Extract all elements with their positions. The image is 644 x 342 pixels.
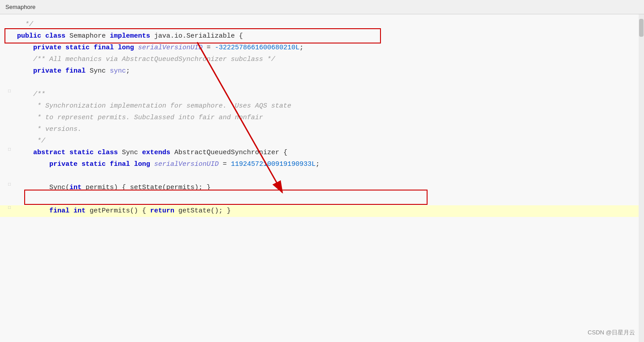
code-line-serial2: private static final long serialVersionU… — [0, 159, 644, 170]
window: Semaphore */ public class Semaphore impl… — [0, 0, 644, 342]
code-line-empty1 — [0, 77, 644, 89]
keyword-private2: private — [33, 67, 65, 75]
scrollbar[interactable] — [639, 14, 644, 342]
keyword-return: return — [150, 207, 178, 215]
sync-type: Sync — [90, 67, 110, 75]
code-line-class-decl: public class Semaphore implements java.i… — [0, 30, 644, 42]
keyword-public: public — [17, 32, 45, 40]
code-line-javadoc-2: * to represent permits. Subclassed into … — [0, 112, 644, 124]
line-gutter: □ — [0, 89, 13, 94]
keyword-private: private — [33, 44, 65, 52]
line-gutter: □ — [0, 147, 13, 152]
window-title: Semaphore — [5, 4, 35, 10]
keyword-static2: static — [82, 160, 110, 168]
code-line-serial1: private static final long serialVersionU… — [0, 42, 644, 54]
keyword-final2: final — [110, 160, 134, 168]
line-content: * Synchronization implementation for sem… — [13, 100, 644, 112]
keyword-final: final — [65, 67, 90, 75]
line-gutter: □ — [0, 182, 13, 187]
field-svuid1: serialVersionUID — [138, 44, 203, 52]
code-line-get-permits: □ final int getPermits() { return getSta… — [0, 205, 644, 217]
class-name-semaphore: Semaphore — [69, 32, 110, 40]
keyword-static: static — [65, 44, 94, 52]
line-content: Sync(int permits) { setState(permits); } — [13, 182, 644, 194]
line-content: final int getPermits() { return getState… — [13, 205, 644, 217]
code-area: */ public class Semaphore implements jav… — [0, 14, 644, 342]
line-gutter: □ — [0, 205, 13, 210]
keyword-final3: final — [49, 207, 73, 215]
code-line-javadoc-start: □ /** — [0, 89, 644, 100]
line-content: /** All mechanics via AbstractQueuedSync… — [13, 54, 644, 65]
keyword-extends: extends — [142, 149, 174, 156]
line-content: * versions. — [13, 124, 644, 135]
line-content: */ — [13, 135, 644, 147]
number-svuid1: -3222578661600680210L — [215, 44, 299, 52]
keyword-int: int — [69, 184, 86, 191]
keyword-long: long — [118, 44, 138, 52]
code-line-empty2 — [0, 170, 644, 182]
line-content: private static final long serialVersionU… — [13, 159, 644, 170]
line-content: /** — [13, 89, 644, 100]
line-content — [13, 77, 644, 89]
keyword-abstract: abstract — [33, 149, 69, 156]
number-svuid2: 11924572100919190933L — [231, 160, 316, 168]
line-content: private static final long serialVersionU… — [13, 42, 644, 54]
code-line-javadoc-end: */ — [0, 135, 644, 147]
keyword-final: final — [94, 44, 118, 52]
watermark: CSDN @日星月云 — [588, 329, 635, 337]
code-line-sync-field: private final Sync sync; — [0, 65, 644, 77]
code-line-comment1: /** All mechanics via AbstractQueuedSync… — [0, 54, 644, 65]
code-line-comment-end: */ — [0, 19, 644, 30]
sync-field-name: sync — [110, 67, 126, 75]
line-content: abstract static class Sync extends Abstr… — [13, 147, 644, 159]
line-content: private final Sync sync; — [13, 65, 644, 77]
title-bar: Semaphore — [0, 0, 644, 14]
keyword-class: class — [45, 32, 69, 40]
code-line-javadoc-1: * Synchronization implementation for sem… — [0, 100, 644, 112]
code-line-sync-constructor: □ Sync(int permits) { setState(permits);… — [0, 182, 644, 194]
keyword-private3: private — [49, 160, 82, 168]
aqs-class-name: AbstractQueuedSynchronizer — [174, 149, 279, 156]
keyword-implements: implements — [110, 32, 154, 40]
keyword-static: static — [69, 149, 98, 156]
implements-type: java.io.Serializable { — [154, 32, 243, 40]
line-content: * to represent permits. Subclassed into … — [13, 112, 644, 124]
code-line-javadoc-3: * versions. — [0, 124, 644, 135]
sync-class-name: Sync — [122, 149, 142, 156]
keyword-class2: class — [98, 149, 122, 156]
line-content — [13, 170, 644, 182]
line-content: */ — [13, 19, 644, 30]
scroll-thumb[interactable] — [639, 19, 644, 37]
line-content — [13, 194, 644, 205]
field-svuid2: serialVersionUID — [154, 160, 219, 168]
code-line-sync-class: □ abstract static class Sync extends Abs… — [0, 147, 644, 159]
line-content: public class Semaphore implements java.i… — [13, 30, 644, 42]
keyword-long2: long — [134, 160, 154, 168]
keyword-int2: int — [73, 207, 90, 215]
code-line-empty3 — [0, 194, 644, 205]
